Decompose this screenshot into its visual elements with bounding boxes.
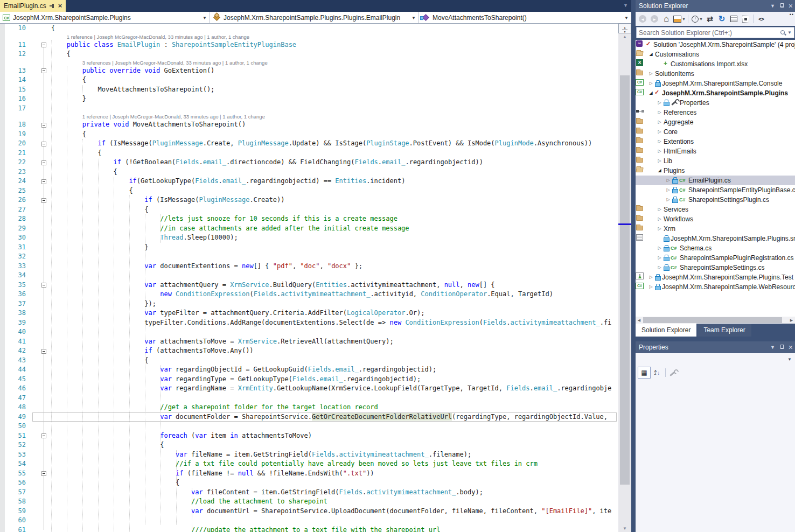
expand-icon[interactable]: ▷ — [656, 156, 663, 166]
alphabetical-icon[interactable] — [651, 367, 664, 379]
code-line[interactable]: 58 //load the attachment to sharepoint — [0, 497, 618, 507]
code-line[interactable]: 59 var documentUrl = SharepointService.U… — [0, 507, 618, 516]
property-pages-icon[interactable] — [667, 367, 679, 379]
tree-item-sharepointsamplepluginregistration-cs[interactable]: ▷SharepointSamplePluginRegistration.cs — [636, 253, 795, 263]
code-line[interactable]: 55 if (fileName != null && !fileName.End… — [0, 469, 618, 479]
expand-icon[interactable]: ▷ — [656, 98, 663, 108]
code-line[interactable]: 35 var attachmentQuery = XrmService.Buil… — [0, 281, 618, 290]
code-line[interactable]: 56 { — [0, 478, 618, 488]
code-line[interactable]: 61 ////update the attachment to a text f… — [0, 526, 618, 532]
pin-icon[interactable] — [50, 3, 55, 9]
tree-item-josephm-xrm-sharepointsample-console[interactable]: ▷JosephM.Xrm.SharepointSample.Console — [636, 79, 795, 88]
tree-item-solutionitems[interactable]: ▷SolutionItems — [636, 69, 795, 79]
code-line[interactable]: 21 { — [0, 149, 618, 158]
back-icon[interactable] — [637, 13, 648, 25]
code-line[interactable]: 30 Thread.Sleep(10000); — [0, 233, 618, 243]
scrollbar-thumb[interactable] — [620, 75, 630, 485]
sync-active-document-icon[interactable] — [704, 13, 716, 25]
expand-icon[interactable]: ▷ — [656, 224, 663, 234]
code-line[interactable]: 41 var attachmentsToMove = XrmService.Re… — [0, 337, 618, 347]
expand-icon[interactable]: ▷ — [656, 214, 663, 224]
solution-explorer-title-bar[interactable]: Solution Explorer ▼ × — [636, 0, 795, 12]
properties-object-dropdown[interactable]: ▼ — [636, 353, 795, 365]
type-dropdown[interactable]: JosephM.Xrm.SharepointSample.Plugins.Plu… — [210, 12, 419, 23]
code-line[interactable]: 28 //lets just snooze for 10 seconds if … — [0, 214, 618, 224]
pin-icon[interactable] — [779, 3, 784, 9]
expand-icon[interactable]: ▷ — [665, 185, 672, 195]
tree-horizontal-scrollbar[interactable]: ◀ ▶ — [636, 317, 795, 324]
tree-item-solution-josephm-xrm-sharepointsample-4-[interactable]: Solution 'JosephM.Xrm.SharepointSample' … — [636, 40, 795, 50]
code-line[interactable]: 54 //if a txt file could potentially hav… — [0, 459, 618, 469]
properties-title-bar[interactable]: Properties ▼ × — [636, 341, 795, 353]
code-line[interactable]: 23 { — [0, 167, 618, 177]
tab-team-explorer[interactable]: Team Explorer — [698, 324, 751, 337]
code-line[interactable]: 34 — [0, 271, 618, 281]
refresh-icon[interactable] — [716, 13, 728, 25]
search-icon[interactable] — [780, 30, 786, 36]
code-line[interactable]: 14 { — [0, 75, 618, 85]
pin-icon[interactable] — [779, 345, 784, 351]
tree-item-services[interactable]: ▷Services — [636, 205, 795, 214]
code-line[interactable]: 45 var regardingType = GetLookupType(Fie… — [0, 375, 618, 384]
tree-item-references[interactable]: ▷References — [636, 108, 795, 117]
tree-item-schema-cs[interactable]: ▷Schema.cs — [636, 243, 795, 253]
code-line[interactable]: 26 if (IsMessage(PluginMessage.Create)) — [0, 195, 618, 205]
expand-icon[interactable]: ▷ — [656, 127, 663, 137]
close-icon[interactable]: × — [789, 344, 793, 351]
project-dropdown[interactable]: JosephM.Xrm.SharepointSample.Plugins ▼ — [0, 12, 210, 23]
tree-item-htmlemails[interactable]: ▷HtmlEmails — [636, 146, 795, 156]
code-line[interactable]: 12 { — [0, 50, 618, 59]
close-icon[interactable]: × — [789, 3, 793, 9]
tree-item-workflows[interactable]: ▷Workflows — [636, 214, 795, 224]
tree-item-customisations[interactable]: ◢Customisations — [636, 50, 795, 59]
categorized-icon[interactable] — [638, 367, 651, 379]
code-line[interactable]: 19 { — [0, 130, 618, 139]
expand-icon[interactable]: ▷ — [647, 282, 654, 292]
expand-icon[interactable]: ▷ — [656, 146, 663, 156]
code-line[interactable]: 27 { — [0, 205, 618, 215]
code-line[interactable]: 50 — [0, 422, 618, 431]
tree-item-core[interactable]: ▷Core — [636, 127, 795, 137]
code-line[interactable]: 47 — [0, 394, 618, 403]
expand-icon[interactable]: ▷ — [647, 79, 654, 88]
close-icon[interactable]: × — [58, 3, 62, 9]
tree-item-plugins[interactable]: ◢Plugins — [636, 166, 795, 176]
tab-solution-explorer[interactable]: Solution Explorer — [636, 324, 696, 337]
pending-changes-icon[interactable] — [690, 13, 704, 25]
code-line[interactable]: 24 if(GetLookupType(Fields.email_.regard… — [0, 177, 618, 186]
document-tab-emailplugin[interactable]: EmailPlugin.cs × — [0, 0, 66, 12]
tree-item-xrm[interactable]: ▷Xrm — [636, 224, 795, 234]
tree-item-customisations-import-xlsx[interactable]: Customisations Import.xlsx — [636, 59, 795, 69]
document-list-chevron-icon[interactable]: ▼ — [623, 3, 628, 8]
expand-icon[interactable]: ▷ — [656, 108, 663, 117]
scroll-down-icon[interactable]: ▼ — [618, 526, 631, 531]
code-line[interactable]: 40 — [0, 327, 618, 337]
expand-icon[interactable]: ▷ — [656, 253, 663, 263]
show-all-files-icon[interactable] — [740, 13, 751, 25]
search-input[interactable]: Search Solution Explorer (Ctrl+;) ▼ — [636, 27, 794, 38]
expand-icon[interactable]: ▷ — [656, 243, 663, 253]
tree-item-josephm-xrm-sharepointsample-plugins-tes[interactable]: ▷JosephM.Xrm.SharepointSample.Plugins.Te… — [636, 272, 795, 282]
forward-icon[interactable] — [648, 13, 660, 25]
expand-icon[interactable]: ▷ — [656, 263, 663, 272]
tree-item-extentions[interactable]: ▷Extentions — [636, 137, 795, 146]
window-position-icon[interactable]: ▼ — [770, 341, 775, 353]
switch-views-icon[interactable] — [672, 13, 686, 25]
expand-icon[interactable]: ▷ — [647, 69, 654, 79]
codelens-annotation[interactable]: 1 reference | Joseph McGregor-MacDonald,… — [0, 33, 618, 40]
code-line[interactable]: 42 if (attachmentsToMove.Any()) — [0, 346, 618, 356]
expand-icon[interactable]: ▷ — [656, 117, 663, 127]
expand-icon[interactable]: ▷ — [647, 272, 654, 282]
tree-item-josephm-xrm-sharepointsample-plugins-snk[interactable]: JosephM.Xrm.SharepointSample.Plugins.snk — [636, 234, 795, 243]
member-dropdown[interactable]: MoveAttachmentsToSharepoint() ▼ — [419, 12, 631, 23]
code-line[interactable]: 10 { — [0, 24, 618, 33]
code-line[interactable]: 32 — [0, 252, 618, 262]
expand-icon[interactable]: ▷ — [656, 137, 663, 146]
code-line[interactable]: 37 }); — [0, 299, 618, 309]
code-line[interactable]: 38 var typeFilter = attachmentQuery.Crit… — [0, 309, 618, 318]
expand-icon[interactable]: ▷ — [665, 176, 672, 185]
tree-item-properties[interactable]: ▷Properties — [636, 98, 795, 108]
editor-vertical-scrollbar[interactable]: ▲ ▼ — [618, 24, 631, 532]
code-line[interactable]: 18 private void MoveAttachmentsToSharepo… — [0, 120, 618, 130]
collapse-icon[interactable]: ◢ — [647, 50, 654, 59]
